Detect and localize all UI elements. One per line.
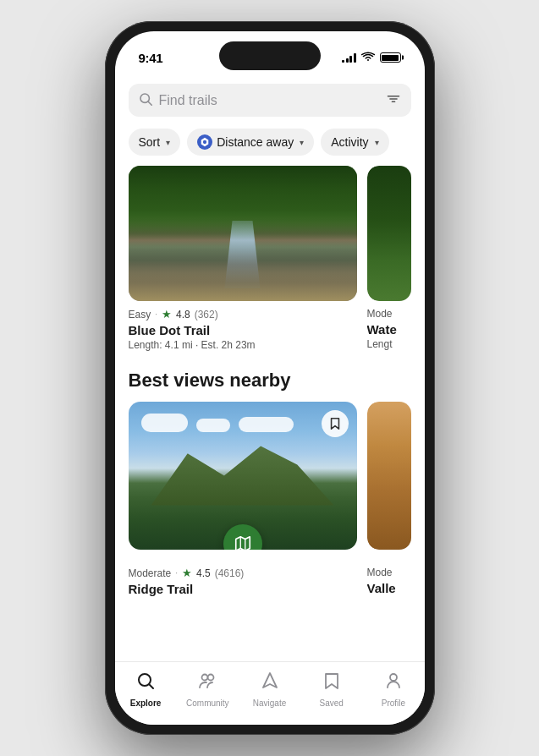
activity-chip[interactable]: Activity ▾ [321,129,388,156]
stream-scene [129,166,357,301]
cloud-2 [196,419,230,432]
rating-number: 4.8 [176,309,190,320]
partial-trail-image [367,166,411,301]
svg-line-1 [148,101,151,105]
trail-name: Blue Dot Trail [129,323,357,337]
svg-point-11 [202,675,208,681]
best-views-row: Moderate · ★ 4.5 (4616) Ridge Trail [115,402,425,601]
trail-meta: Length: 4.1 mi · Est. 2h 23m [129,339,357,351]
status-time: 9:41 [139,51,163,65]
trail-cards-row: Easy · ★ 4.8 (362) Blue Dot Trail Length… [115,166,425,354]
status-icons [342,52,401,64]
best-views-section-title: Best views nearby [115,354,425,402]
tab-explore[interactable]: Explore [115,671,177,708]
navigate-icon [260,671,280,696]
cloud-3 [239,417,294,432]
tab-explore-label: Explore [130,698,162,708]
difficulty-label: Easy [129,309,151,320]
distance-chevron-icon: ▾ [300,138,304,147]
ridge-trail-image [129,402,357,550]
valley-scene [367,402,411,550]
signal-icon [342,52,356,63]
rating-count: (362) [195,309,218,320]
valle-trail-name: Valle [367,581,411,595]
trail-rating-row: Easy · ★ 4.8 (362) [129,308,357,320]
ridge-trail-info: Moderate · ★ 4.5 (4616) Ridge Trail [129,550,357,601]
phone-screen: 9:41 [115,31,425,725]
ridge-trail-card[interactable]: Moderate · ★ 4.5 (4616) Ridge Trail [129,402,357,601]
separator: · [155,310,157,319]
tab-bar: Explore Community [115,661,425,725]
community-icon [197,671,217,696]
filter-button[interactable] [386,91,401,110]
wifi-icon [361,52,375,64]
partial-trail-name: Wate [367,322,411,337]
distance-chip[interactable]: Distance away ▾ [187,129,314,156]
tab-saved-label: Saved [320,698,344,708]
sep2: · [175,568,178,578]
ridge-difficulty: Moderate [129,567,172,579]
svg-point-13 [390,674,397,681]
svg-point-6 [203,140,206,144]
tab-profile-label: Profile [382,698,405,708]
sort-chip[interactable]: Sort ▾ [129,129,181,156]
svg-point-12 [208,675,214,681]
partial-rating-row: Mode [367,308,411,320]
explore-icon [135,671,156,696]
ridge-rating-row: Moderate · ★ 4.5 (4616) [129,567,357,579]
filter-chips: Sort ▾ Distance away ▾ Activity ▾ [115,125,425,166]
tab-navigate[interactable]: Navigate [239,671,300,708]
distance-hexagon-icon [197,134,212,150]
content: Find trails Sort ▾ [115,77,425,725]
tab-profile[interactable]: Profile [362,671,424,708]
partial-trail-card[interactable]: Mode Wate Lengt [367,166,411,354]
blue-dot-trail-image [129,166,357,301]
cloud-1 [141,414,188,432]
forest-scene [367,166,411,301]
scroll-content[interactable]: Easy · ★ 4.8 (362) Blue Dot Trail Length… [115,166,425,661]
sort-chevron-icon: ▾ [166,138,170,147]
ridge-star-icon: ★ [182,567,192,579]
tab-community-label: Community [186,698,229,708]
bookmark-button[interactable] [322,410,349,437]
svg-line-10 [149,684,153,688]
search-icon [139,92,152,108]
valle-trail-info: Mode Valle [367,550,411,600]
dynamic-island [219,41,321,70]
battery-fill [382,55,399,61]
saved-icon [322,671,342,696]
search-placeholder: Find trails [159,93,401,108]
partial-trail-info: Mode Wate Lengt [367,301,411,353]
tab-community[interactable]: Community [177,671,239,708]
search-bar[interactable]: Find trails [129,84,411,117]
activity-label: Activity [331,135,368,149]
partial-trail-meta: Lengt [367,338,411,350]
battery-icon [380,52,401,63]
activity-chevron-icon: ▾ [375,138,379,147]
profile-icon [383,671,404,696]
phone-frame: 9:41 [105,21,435,735]
tab-navigate-label: Navigate [253,698,286,708]
star-icon: ★ [162,308,172,320]
ridge-rating: 4.5 [196,567,211,579]
valle-trail-card[interactable]: Mode Valle [367,402,411,601]
distance-label: Distance away [217,135,294,149]
partial-difficulty: Mode [367,308,393,320]
ridge-count: (4616) [215,567,245,579]
tab-saved[interactable]: Saved [300,671,362,708]
blue-dot-trail-card[interactable]: Easy · ★ 4.8 (362) Blue Dot Trail Length… [129,166,357,354]
sort-label: Sort [139,135,161,149]
valle-difficulty: Mode [367,567,393,578]
blue-dot-trail-info: Easy · ★ 4.8 (362) Blue Dot Trail Length… [129,301,357,354]
ridge-trail-name: Ridge Trail [129,582,357,596]
valle-trail-image [367,402,411,550]
search-bar-container: Find trails [115,77,425,125]
